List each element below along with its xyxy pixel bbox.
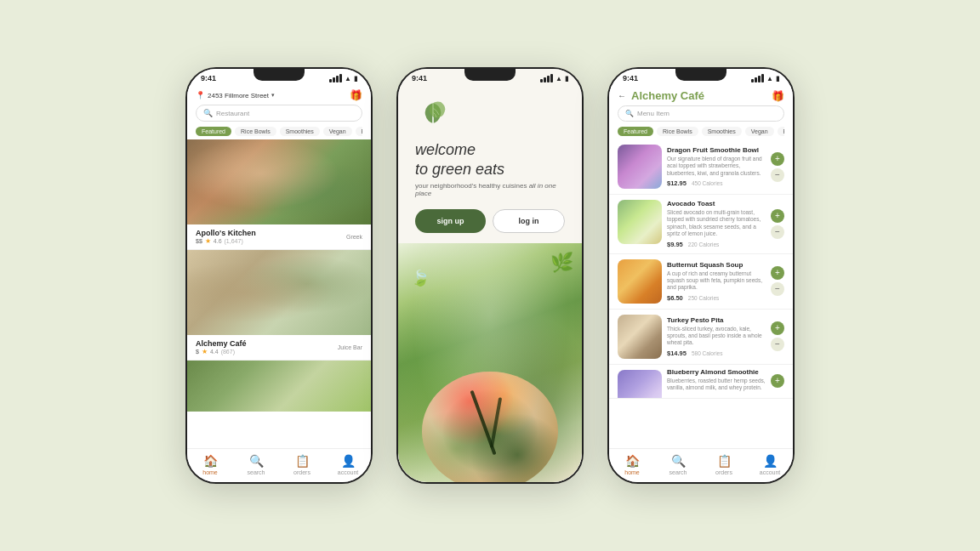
squash-soup-calories: 250 Calories bbox=[688, 295, 720, 301]
cat-smoothies[interactable]: Smoothies bbox=[280, 127, 320, 136]
menu-cat-breakfast[interactable]: Breakfast bbox=[778, 127, 784, 136]
restaurant-search[interactable]: 🔍 Restaurant bbox=[196, 105, 362, 122]
cat-rice-bowls[interactable]: Rice Bowls bbox=[235, 127, 276, 136]
welcome-content: welcome to green eats your neighborhood'… bbox=[398, 86, 582, 243]
avocado-toast-controls: + − bbox=[771, 200, 784, 248]
alchemy-name: Alchemy Café bbox=[196, 339, 247, 348]
menu-cat-featured[interactable]: Featured bbox=[618, 127, 653, 136]
welcome-heading: welcome to green eats bbox=[415, 140, 565, 179]
cat-featured[interactable]: Featured bbox=[196, 127, 231, 136]
nav-home-label-3: home bbox=[624, 469, 640, 475]
location-row[interactable]: 📍 2453 Fillmore Street ▾ 🎁 bbox=[196, 89, 362, 101]
remove-dragon-fruit[interactable]: − bbox=[771, 168, 784, 182]
remove-turkey-pita[interactable]: − bbox=[771, 338, 784, 351]
alchemy-price: $ bbox=[196, 349, 199, 355]
turkey-pita-name: Turkey Pesto Pita bbox=[667, 316, 766, 324]
add-squash-soup[interactable]: + bbox=[771, 266, 784, 280]
menu-cat-rice[interactable]: Rice Bowls bbox=[657, 127, 698, 136]
turkey-pita-info: Turkey Pesto Pita Thick-sliced turkey, a… bbox=[667, 315, 766, 359]
orders-icon-3: 📋 bbox=[717, 454, 732, 468]
account-icon-3: 👤 bbox=[763, 454, 778, 468]
gift-icon-menu[interactable]: 🎁 bbox=[772, 90, 784, 102]
add-avocado-toast[interactable]: + bbox=[771, 209, 784, 223]
add-dragon-fruit[interactable]: + bbox=[771, 152, 784, 166]
restaurant-card-3[interactable] bbox=[187, 361, 371, 412]
remove-squash-soup[interactable]: − bbox=[771, 282, 784, 296]
menu-item-list: Dragon Fruit Smoothie Bowl Our signature… bbox=[609, 139, 793, 448]
apollos-rating: 4.6 bbox=[214, 238, 222, 244]
alchemy-meta: $ ★ 4.4 (867) bbox=[196, 348, 247, 355]
home-icon-3: 🏠 bbox=[625, 454, 640, 468]
restaurant-card-1[interactable]: Apollo's Kitchen $$ ★ 4.6 (1,647) Greek bbox=[187, 139, 371, 250]
apollos-food-image bbox=[187, 139, 371, 224]
dragon-fruit-image bbox=[618, 145, 662, 189]
nav-search-1[interactable]: 🔍 search bbox=[233, 454, 279, 475]
blueberry-smoothie-name: Blueberry Almond Smoothie bbox=[667, 368, 766, 376]
dragon-fruit-desc: Our signature blend of dragon fruit and … bbox=[667, 156, 766, 177]
nav-home-label-1: home bbox=[202, 469, 218, 475]
signup-button[interactable]: sign up bbox=[415, 209, 486, 233]
remove-avocado-toast[interactable]: − bbox=[771, 225, 784, 239]
apollos-cuisine: Greek bbox=[346, 234, 362, 240]
wifi-icon: ▲ bbox=[345, 75, 351, 82]
nav-search-3[interactable]: 🔍 search bbox=[655, 454, 701, 475]
blueberry-smoothie-image bbox=[618, 370, 662, 399]
dragon-fruit-price: $12.95 bbox=[667, 179, 687, 187]
menu-item-dragon-fruit: Dragon Fruit Smoothie Bowl Our signature… bbox=[609, 139, 793, 195]
home-header: 📍 2453 Fillmore Street ▾ 🎁 🔍 Restaurant … bbox=[187, 86, 371, 139]
turkey-pita-image bbox=[618, 315, 662, 359]
nav-account-1[interactable]: 👤 account bbox=[325, 454, 371, 475]
back-button[interactable]: ← bbox=[618, 91, 626, 100]
alchemy-cuisine: Juice Bar bbox=[338, 344, 362, 350]
squash-soup-name: Butternut Squash Soup bbox=[667, 261, 766, 269]
avocado-toast-image bbox=[618, 200, 662, 244]
search-placeholder-home: Restaurant bbox=[216, 110, 249, 117]
nav-home-1[interactable]: 🏠 home bbox=[187, 454, 233, 475]
apollos-stars: ★ bbox=[205, 237, 211, 245]
add-blueberry-smoothie[interactable]: + bbox=[771, 374, 784, 388]
wifi-icon-3: ▲ bbox=[766, 75, 773, 82]
phone-menu: 9:41 ▲ ▮ ← Alchemy Café 🎁 🔍 Menu Item bbox=[607, 67, 795, 484]
avocado-toast-info: Avocado Toast Sliced avocado on multi-gr… bbox=[667, 200, 766, 248]
welcome-subtext: your neighborhood's healthy cuisines all… bbox=[415, 182, 565, 197]
search-icon-menu: 🔍 bbox=[625, 110, 634, 117]
menu-item-turkey-pita: Turkey Pesto Pita Thick-sliced turkey, a… bbox=[609, 310, 793, 365]
menu-search-bar[interactable]: 🔍 Menu Item bbox=[618, 105, 784, 122]
menu-cat-smoothies[interactable]: Smoothies bbox=[702, 127, 742, 136]
auth-buttons: sign up log in bbox=[415, 209, 565, 233]
battery-icon-3: ▮ bbox=[776, 75, 779, 82]
location-text: 2453 Fillmore Street bbox=[208, 92, 269, 99]
alchemy-info: Alchemy Café $ ★ 4.4 (867) Juice Bar bbox=[187, 335, 371, 361]
phone-welcome: 9:41 ▲ ▮ bbox=[396, 67, 584, 484]
search-icon-nav-3: 🔍 bbox=[671, 454, 686, 468]
avocado-toast-price: $9.95 bbox=[667, 241, 683, 248]
gift-icon-home[interactable]: 🎁 bbox=[350, 89, 362, 101]
nav-search-label-3: search bbox=[669, 469, 687, 475]
menu-item-avocado-toast: Avocado Toast Sliced avocado on multi-gr… bbox=[609, 195, 793, 254]
cat-breakfast[interactable]: Breakfast bbox=[356, 127, 362, 136]
nav-account-label-3: account bbox=[760, 469, 781, 475]
nav-orders-1[interactable]: 📋 orders bbox=[279, 454, 325, 475]
restaurant-list: Apollo's Kitchen $$ ★ 4.6 (1,647) Greek bbox=[187, 139, 371, 448]
add-turkey-pita[interactable]: + bbox=[771, 321, 784, 335]
menu-item-squash-soup: Butternut Squash Soup A cup of rich and … bbox=[609, 254, 793, 310]
restaurant-card-2[interactable]: Alchemy Café $ ★ 4.4 (867) Juice Bar bbox=[187, 250, 371, 361]
apollos-meta: $$ ★ 4.6 (1,647) bbox=[196, 237, 256, 245]
status-bar-3: 9:41 ▲ ▮ bbox=[609, 69, 793, 86]
turkey-pita-calories: 580 Calories bbox=[692, 350, 723, 356]
menu-cat-vegan[interactable]: Vegan bbox=[745, 127, 774, 136]
login-button[interactable]: log in bbox=[493, 209, 565, 233]
home-screen: 📍 2453 Fillmore Street ▾ 🎁 🔍 Restaurant … bbox=[187, 86, 371, 448]
nav-home-3[interactable]: 🏠 home bbox=[609, 454, 655, 475]
dragon-fruit-name: Dragon Fruit Smoothie Bowl bbox=[667, 146, 766, 154]
home-icon-1: 🏠 bbox=[203, 454, 218, 468]
nav-account-label-1: account bbox=[338, 469, 359, 475]
battery-icon-2: ▮ bbox=[565, 75, 568, 82]
alchemy-reviews: (867) bbox=[221, 349, 235, 355]
blueberry-smoothie-info: Blueberry Almond Smoothie Blueberries, r… bbox=[667, 370, 766, 393]
cat-vegan[interactable]: Vegan bbox=[323, 127, 352, 136]
alchemy-food-image bbox=[187, 250, 371, 335]
nav-account-3[interactable]: 👤 account bbox=[747, 454, 793, 475]
nav-orders-3[interactable]: 📋 orders bbox=[701, 454, 747, 475]
turkey-pita-desc: Thick-sliced turkey, avocado, kale, spro… bbox=[667, 326, 766, 347]
